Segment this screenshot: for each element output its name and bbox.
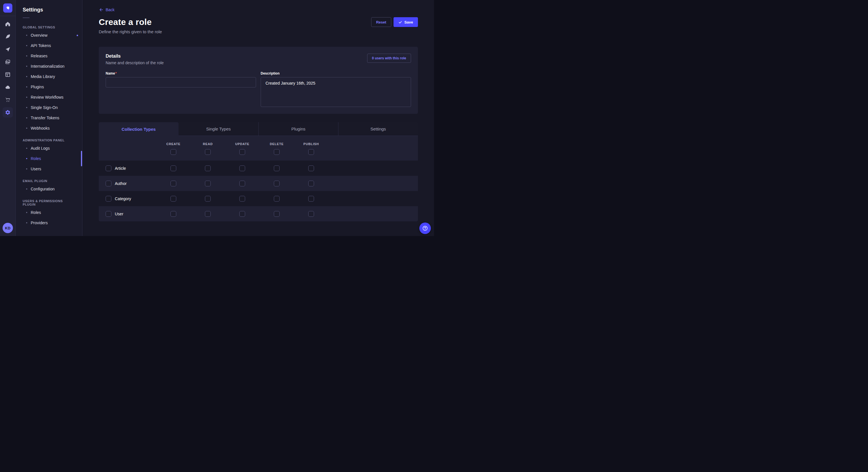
- main-content: Back Create a role Reset Save Define the…: [82, 0, 434, 236]
- checkbox-author-update[interactable]: [239, 181, 245, 187]
- settings-gear-icon[interactable]: [3, 107, 13, 117]
- bullet-icon: [26, 158, 27, 159]
- sidebar-item-webhooks[interactable]: Webhooks: [16, 123, 82, 133]
- bullet-icon: [26, 212, 27, 213]
- sidebar-item-roles-up[interactable]: Roles: [16, 207, 82, 217]
- permissions-header-row: CREATE READ UPDATE DELETE PUBLISH: [99, 136, 418, 161]
- settings-subnav: Settings GLOBAL SETTINGS Overview API To…: [16, 0, 82, 236]
- tab-plugins[interactable]: Plugins: [258, 122, 338, 136]
- sidebar-item-configuration[interactable]: Configuration: [16, 184, 82, 194]
- checkbox-author-publish[interactable]: [308, 181, 314, 187]
- bullet-icon: [26, 35, 27, 36]
- content-builder-feather-icon[interactable]: [3, 32, 13, 42]
- table-row-user: User: [99, 206, 418, 222]
- sidebar-item-api-tokens[interactable]: API Tokens: [16, 40, 82, 51]
- checkbox-category-read[interactable]: [205, 196, 211, 202]
- section-global-settings: GLOBAL SETTINGS: [16, 20, 82, 30]
- table-row-category: Category: [99, 191, 418, 206]
- main-nav-rail: KD: [0, 0, 16, 236]
- details-card: Details Name and description of the role…: [99, 47, 418, 114]
- sidebar-item-review-workflows[interactable]: Review Workflows: [16, 92, 82, 102]
- checkbox-select-all-publish[interactable]: [308, 149, 314, 155]
- marketplace-cart-icon[interactable]: [3, 95, 13, 105]
- deploy-send-icon[interactable]: [3, 44, 13, 55]
- checkbox-article-delete[interactable]: [274, 165, 280, 171]
- sidebar-item-transfer-tokens[interactable]: Transfer Tokens: [16, 113, 82, 123]
- table-row-article: Article: [99, 161, 418, 176]
- tab-settings[interactable]: Settings: [338, 122, 418, 136]
- checkbox-author-create[interactable]: [170, 181, 176, 187]
- name-label: Name*: [105, 71, 256, 75]
- checkbox-author-read[interactable]: [205, 181, 211, 187]
- help-button[interactable]: [420, 223, 431, 234]
- checkbox-article-row[interactable]: [105, 165, 112, 171]
- section-users-permissions-plugin: USERS & PERMISSIONS PLUGIN: [16, 194, 82, 207]
- sidebar-item-releases[interactable]: Releases: [16, 51, 82, 61]
- checkbox-category-delete[interactable]: [274, 196, 280, 202]
- checkbox-select-all-update[interactable]: [239, 149, 245, 155]
- checkbox-article-create[interactable]: [170, 165, 176, 171]
- save-button[interactable]: Save: [394, 17, 418, 27]
- checkbox-author-delete[interactable]: [274, 181, 280, 187]
- checkbox-user-delete[interactable]: [274, 211, 280, 217]
- bullet-icon: [26, 86, 27, 88]
- sidebar-item-plugins[interactable]: Plugins: [16, 82, 82, 92]
- sidebar-item-users[interactable]: Users: [16, 164, 82, 174]
- cloud-icon[interactable]: [3, 82, 13, 92]
- strapi-logo[interactable]: [3, 3, 12, 12]
- table-row-author: Author: [99, 176, 418, 191]
- checkbox-select-all-create[interactable]: [170, 149, 176, 155]
- checkbox-author-row[interactable]: [105, 181, 112, 187]
- checkbox-article-publish[interactable]: [308, 165, 314, 171]
- checkbox-user-create[interactable]: [170, 211, 176, 217]
- sidebar-item-media-library[interactable]: Media Library: [16, 71, 82, 82]
- avatar[interactable]: KD: [3, 223, 13, 233]
- column-update: UPDATE: [235, 142, 249, 146]
- home-icon[interactable]: [3, 19, 13, 29]
- details-title: Details: [105, 54, 164, 59]
- checkbox-user-row[interactable]: [105, 211, 112, 217]
- description-label: Description: [260, 71, 411, 75]
- bullet-icon: [26, 55, 27, 57]
- bullet-icon: [26, 107, 27, 108]
- sidebar-item-internationalization[interactable]: Internationalization: [16, 61, 82, 71]
- sidebar-item-single-sign-on[interactable]: Single Sign-On: [16, 102, 82, 113]
- checkbox-category-create[interactable]: [170, 196, 176, 202]
- notification-dot: [76, 35, 78, 36]
- checkbox-select-all-delete[interactable]: [274, 149, 280, 155]
- checkbox-user-publish[interactable]: [308, 211, 314, 217]
- sidebar-item-audit-logs[interactable]: Audit Logs: [16, 143, 82, 154]
- arrow-left-icon: [99, 7, 103, 12]
- checkbox-article-update[interactable]: [239, 165, 245, 171]
- media-library-icon[interactable]: [3, 57, 13, 67]
- checkbox-user-read[interactable]: [205, 211, 211, 217]
- sidebar-item-roles-admin[interactable]: Roles: [16, 154, 82, 164]
- name-input[interactable]: [105, 77, 256, 88]
- rail-divider: [0, 16, 16, 16]
- checkbox-article-read[interactable]: [205, 165, 211, 171]
- checkbox-select-all-read[interactable]: [205, 149, 211, 155]
- sidebar-item-providers[interactable]: Providers: [16, 217, 82, 228]
- details-subtitle: Name and description of the role: [105, 61, 164, 65]
- bullet-icon: [26, 222, 27, 224]
- bullet-icon: [26, 45, 27, 46]
- check-icon: [398, 20, 402, 24]
- reset-button[interactable]: Reset: [371, 17, 391, 27]
- checkbox-category-update[interactable]: [239, 196, 245, 202]
- sidebar-item-overview[interactable]: Overview: [16, 30, 82, 40]
- tab-single-types[interactable]: Single Types: [179, 122, 258, 136]
- content-manager-layout-icon[interactable]: [3, 69, 13, 80]
- bullet-icon: [26, 66, 27, 67]
- tab-collection-types[interactable]: Collection Types: [99, 122, 179, 136]
- checkbox-user-update[interactable]: [239, 211, 245, 217]
- users-with-role-button[interactable]: 0 users with this role: [367, 54, 411, 63]
- checkbox-category-row[interactable]: [105, 196, 112, 202]
- subnav-title: Settings: [16, 7, 82, 13]
- bullet-icon: [26, 117, 27, 119]
- description-textarea[interactable]: Created January 16th, 2025: [260, 77, 411, 107]
- column-delete: DELETE: [270, 142, 284, 146]
- strapi-logo-icon: [5, 5, 11, 11]
- back-link[interactable]: Back: [99, 7, 115, 12]
- bullet-icon: [26, 97, 27, 98]
- checkbox-category-publish[interactable]: [308, 196, 314, 202]
